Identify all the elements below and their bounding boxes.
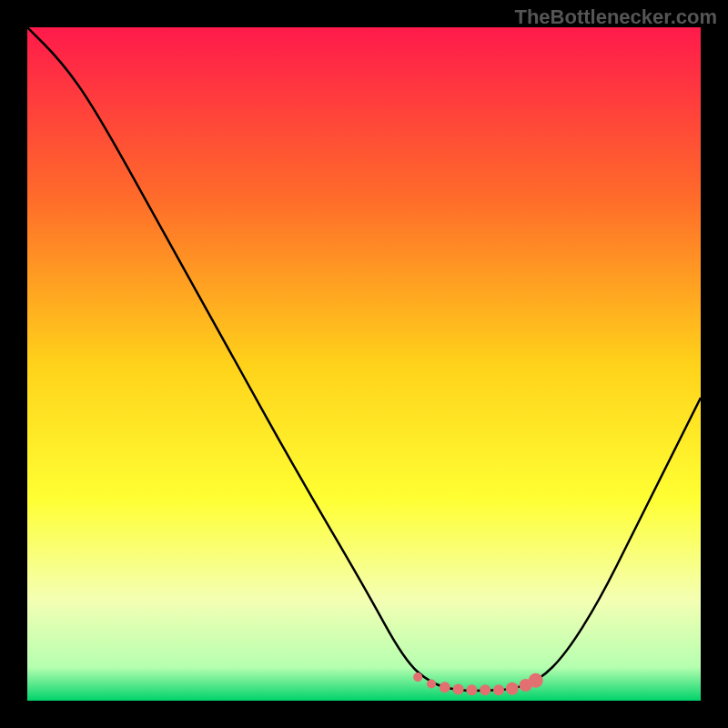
highlight-dot xyxy=(440,682,450,693)
chart-container: TheBottlenecker.com xyxy=(0,0,728,728)
highlight-dot xyxy=(480,684,490,695)
bottleneck-chart xyxy=(27,27,701,701)
highlight-dot xyxy=(529,673,543,688)
highlight-dot xyxy=(413,672,422,682)
watermark-text: TheBottlenecker.com xyxy=(514,5,717,29)
highlight-dot xyxy=(466,684,477,695)
plot-area xyxy=(27,27,701,701)
highlight-dot xyxy=(493,684,504,695)
highlight-dot xyxy=(453,683,464,694)
highlight-dot xyxy=(506,682,519,695)
highlight-dot xyxy=(427,680,436,689)
